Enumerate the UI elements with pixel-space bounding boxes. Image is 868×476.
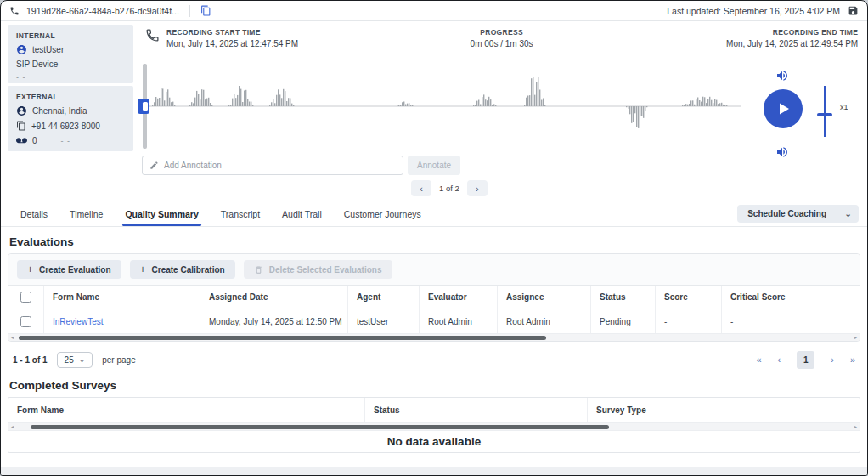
scroll-left-icon[interactable]: ◂ bbox=[11, 423, 14, 431]
tab-quality-summary[interactable]: Quality Summary bbox=[114, 201, 209, 226]
external-user-icon bbox=[16, 105, 27, 116]
tab-timeline[interactable]: Timeline bbox=[59, 201, 114, 226]
play-button[interactable] bbox=[764, 89, 803, 128]
next-page-icon[interactable]: › bbox=[831, 354, 834, 365]
plus-icon: + bbox=[27, 264, 33, 275]
annotation-input[interactable] bbox=[164, 161, 396, 170]
surveys-hscrollbar[interactable]: ◂ ▸ bbox=[8, 422, 860, 430]
evaluations-title: Evaluations bbox=[9, 235, 860, 248]
tab-transcript[interactable]: Transcript bbox=[210, 201, 271, 226]
participants-panel: INTERNAL testUser SIP Device - - EXTERNA… bbox=[8, 25, 133, 201]
per-page-label: per page bbox=[102, 355, 135, 365]
external-detail: - - bbox=[61, 137, 71, 145]
current-page[interactable]: 1 bbox=[797, 351, 814, 369]
create-calibration-button[interactable]: + Create Calibration bbox=[130, 260, 235, 279]
speed-slider[interactable] bbox=[816, 86, 833, 137]
evaluations-hscrollbar[interactable]: ◂ ▸ bbox=[8, 333, 860, 341]
evaluations-header-row: Form Name Assigned Date Agent Evaluator … bbox=[8, 285, 860, 309]
trash-icon bbox=[254, 265, 263, 275]
evaluation-form-link[interactable]: InReviewTest bbox=[53, 317, 103, 326]
speed-label: x1 bbox=[840, 103, 848, 111]
chevron-down-icon[interactable]: ⌄ bbox=[837, 205, 859, 223]
end-time-value: Mon, July 14, 2025 at 12:49:54 PM bbox=[726, 39, 858, 48]
surveys-title: Completed Surveys bbox=[9, 379, 860, 392]
annotation-row: Annotate bbox=[142, 156, 460, 175]
col-assignee: Assignee bbox=[498, 286, 591, 309]
chevron-down-icon: ⌄ bbox=[79, 355, 86, 364]
waveform-svg bbox=[142, 71, 741, 142]
recording-detail-page: 1919d28e-66a2-484a-b276-dc9a0f4f... Last… bbox=[0, 0, 868, 476]
page-indicator: 1 of 2 bbox=[439, 184, 459, 193]
col-survey-status: Status bbox=[365, 398, 588, 422]
col-agent: Agent bbox=[348, 286, 420, 309]
evaluation-table-row: InReviewTest Monday, July 14, 2025 at 12… bbox=[8, 309, 860, 333]
page-size-select[interactable]: 25 ⌄ bbox=[57, 352, 93, 368]
delete-selected-button[interactable]: Delete Selected Evaluations bbox=[244, 260, 392, 279]
internal-volume-icon[interactable] bbox=[775, 69, 789, 82]
playhead-handle[interactable] bbox=[138, 99, 149, 114]
cell-status: Pending bbox=[591, 309, 656, 333]
cell-critical-score: - bbox=[722, 309, 860, 333]
last-updated: Last updated: September 16, 2025 4:02 PM bbox=[667, 6, 840, 16]
scroll-right-icon[interactable]: ▸ bbox=[854, 423, 857, 431]
annotation-input-wrap bbox=[142, 156, 403, 175]
external-participant-card: EXTERNAL Chennai, India +91 44 6923 8000 bbox=[8, 86, 133, 151]
internal-device: SIP Device bbox=[16, 60, 125, 69]
cell-agent: testUser bbox=[348, 309, 420, 333]
internal-user-name: testUser bbox=[32, 45, 64, 54]
cell-score: - bbox=[656, 309, 722, 333]
schedule-coaching-label[interactable]: Schedule Coaching bbox=[737, 205, 837, 223]
playback-controls: x1 bbox=[760, 67, 862, 169]
recording-phone-icon bbox=[145, 28, 160, 48]
speed-slider-handle[interactable] bbox=[817, 113, 832, 116]
cell-assignee: Root Admin bbox=[498, 309, 591, 333]
internal-label: INTERNAL bbox=[16, 31, 125, 40]
save-icon[interactable] bbox=[848, 5, 859, 16]
cell-assigned-date: Monday, July 14, 2025 at 12:50 PM bbox=[200, 309, 348, 333]
col-survey-form-name: Form Name bbox=[8, 398, 365, 422]
external-phone-number: +91 44 6923 8000 bbox=[31, 122, 100, 131]
col-evaluator: Evaluator bbox=[420, 286, 498, 309]
wave-pagination: ‹ 1 of 2 › bbox=[133, 180, 765, 196]
prev-page-icon[interactable]: ‹ bbox=[411, 180, 431, 196]
start-time-value: Mon, July 14, 2025 at 12:47:54 PM bbox=[166, 39, 298, 48]
times-row: RECORDING START TIME Mon, July 14, 2025 … bbox=[133, 25, 867, 48]
external-location: Chennai, India bbox=[32, 106, 87, 116]
cell-evaluator: Root Admin bbox=[420, 309, 498, 333]
copy-id-icon[interactable] bbox=[200, 5, 211, 16]
evaluations-pagination: 1 - 1 of 1 25 ⌄ per page « ‹ 1 › » bbox=[8, 342, 860, 377]
scrollbar-thumb[interactable] bbox=[19, 336, 546, 340]
col-survey-type: Survey Type bbox=[588, 398, 860, 422]
player-section: INTERNAL testUser SIP Device - - EXTERNA… bbox=[1, 21, 867, 201]
waveform[interactable] bbox=[142, 71, 741, 142]
phone-number-icon bbox=[16, 121, 26, 131]
player-main: RECORDING START TIME Mon, July 14, 2025 … bbox=[133, 25, 867, 201]
progress-value: 0m 00s / 1m 30s bbox=[471, 39, 533, 48]
no-data-message: No data available bbox=[8, 430, 860, 452]
start-time-label: RECORDING START TIME bbox=[166, 28, 298, 37]
tab-customer-journeys[interactable]: Customer Journeys bbox=[333, 201, 432, 226]
next-page-icon[interactable]: › bbox=[467, 180, 488, 196]
footer-strip bbox=[1, 467, 867, 475]
last-page-icon[interactable]: » bbox=[850, 354, 855, 365]
select-all-checkbox[interactable] bbox=[20, 292, 31, 303]
scroll-right-icon[interactable]: ▸ bbox=[854, 334, 857, 342]
scroll-left-icon[interactable]: ◂ bbox=[11, 334, 14, 342]
annotate-button[interactable]: Annotate bbox=[408, 156, 460, 175]
tab-details[interactable]: Details bbox=[9, 201, 59, 226]
prev-page-icon[interactable]: ‹ bbox=[778, 354, 781, 365]
tab-audit-trail[interactable]: Audit Trail bbox=[271, 201, 333, 226]
external-volume-icon[interactable] bbox=[775, 145, 789, 159]
first-page-icon[interactable]: « bbox=[756, 354, 761, 365]
quality-summary-content: Evaluations + Create Evaluation + Create… bbox=[1, 235, 867, 453]
col-critical-score: Critical Score bbox=[722, 286, 860, 309]
tabs-row: Details Timeline Quality Summary Transcr… bbox=[1, 201, 867, 227]
voicemail-icon bbox=[16, 135, 27, 146]
call-icon bbox=[9, 6, 20, 16]
create-evaluation-button[interactable]: + Create Evaluation bbox=[17, 260, 121, 279]
schedule-coaching-button[interactable]: Schedule Coaching ⌄ bbox=[737, 205, 859, 223]
scrollbar-thumb[interactable] bbox=[31, 425, 609, 429]
end-time-label: RECORDING END TIME bbox=[726, 28, 858, 37]
recording-id: 1919d28e-66a2-484a-b276-dc9a0f4f... bbox=[26, 6, 179, 16]
row-checkbox[interactable] bbox=[20, 316, 31, 327]
